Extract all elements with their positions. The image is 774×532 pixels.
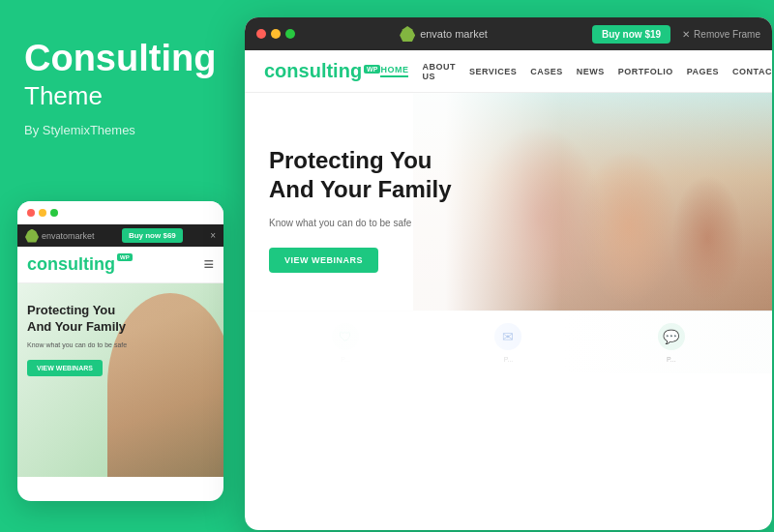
envato-market-icon — [400, 26, 415, 42]
hero-content: Protecting You And Your Family Know what… — [269, 146, 462, 273]
nav-link-contacts[interactable]: CONTACTS — [732, 67, 772, 76]
browser-chrome: envato market Buy now $19 ✕ Remove Frame — [245, 17, 772, 50]
hero-description: Know what you can do to be safe — [269, 216, 462, 230]
site-wp-badge: WP — [364, 65, 380, 74]
mobile-envato-text: envatomarket — [42, 231, 95, 241]
mobile-hero-subtitle: Know what you can do to be safe — [27, 340, 134, 350]
envato-icon — [25, 229, 39, 243]
mobile-envato-bar: envatomarket Buy now $69 × — [17, 224, 223, 247]
mobile-envato-logo: envatomarket — [25, 229, 95, 243]
mobile-buy-button[interactable]: Buy now $69 — [122, 228, 183, 243]
mobile-cta-button[interactable]: VIEW WEBINARS — [27, 360, 103, 376]
mobile-topbar — [17, 201, 223, 224]
site-logo-text: consulting — [264, 60, 362, 81]
mobile-hero: Protecting You And Your Family Know what… — [17, 283, 223, 477]
view-webinars-button[interactable]: VIEW WEBINARS — [269, 248, 378, 273]
mobile-nav: consultingWP ≡ — [17, 247, 223, 283]
mobile-logo-text: consulting — [27, 254, 115, 274]
mobile-logo: consultingWP — [27, 254, 133, 275]
dot-green-icon — [50, 209, 58, 217]
hero-title: Protecting You And Your Family — [269, 146, 462, 204]
theme-title: Consulting — [24, 39, 215, 79]
dot-yellow-icon — [39, 209, 46, 217]
browser-actions: Buy now $19 ✕ Remove Frame — [592, 25, 760, 44]
browser-dot-green — [285, 29, 295, 39]
hero-section: Protecting You And Your Family Know what… — [245, 93, 772, 373]
site-nav-links: HOME ABOUT US SERVICES CASES NEWS PORTFO… — [380, 62, 772, 81]
buy-now-button[interactable]: Buy now $19 — [592, 25, 670, 44]
nav-link-home[interactable]: HOME — [380, 65, 408, 77]
nav-link-services[interactable]: SERVICES — [469, 67, 517, 76]
dot-red-icon — [27, 209, 35, 217]
mobile-hero-title: Protecting You And Your Family — [27, 303, 134, 336]
theme-author: By StylemixThemes — [24, 123, 215, 137]
browser-envato-logo: envato market — [400, 26, 488, 42]
browser-dot-yellow — [271, 29, 281, 39]
mobile-wp-badge: WP — [117, 253, 133, 261]
nav-link-portfolio[interactable]: PORTFOLIO — [618, 67, 673, 76]
hamburger-icon[interactable]: ≡ — [203, 254, 214, 275]
nav-link-about[interactable]: ABOUT US — [422, 62, 456, 81]
browser-dots — [256, 29, 295, 39]
envato-market-label: envato market — [420, 28, 488, 40]
nav-link-pages[interactable]: PAGES — [687, 67, 719, 76]
mobile-close-button[interactable]: × — [210, 230, 216, 241]
theme-subtitle: Theme — [24, 81, 215, 111]
nav-link-news[interactable]: NEWS — [577, 67, 605, 76]
nav-link-cases[interactable]: CASES — [530, 67, 563, 76]
mobile-hero-content: Protecting You And Your Family Know what… — [27, 303, 134, 376]
remove-frame-x-icon: ✕ — [682, 29, 690, 40]
site-nav: consultingWP HOME ABOUT US SERVICES CASE… — [245, 50, 772, 93]
mobile-preview-card: envatomarket Buy now $69 × consultingWP … — [17, 201, 223, 501]
remove-frame-button[interactable]: ✕ Remove Frame — [682, 29, 760, 40]
browser-window: envato market Buy now $19 ✕ Remove Frame… — [245, 17, 772, 530]
site-logo-area: consultingWP — [264, 60, 380, 82]
browser-dot-red — [256, 29, 266, 39]
